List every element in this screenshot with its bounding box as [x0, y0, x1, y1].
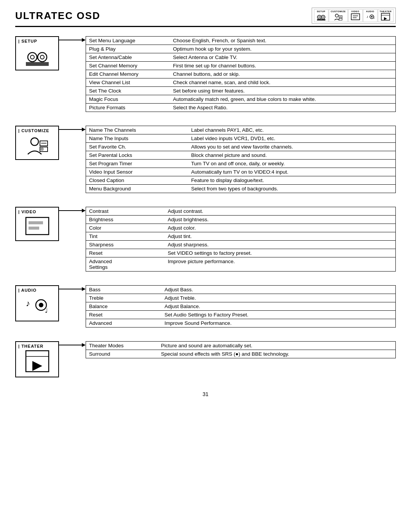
- audio-icon: ♪ ♩: [24, 293, 51, 321]
- menu-item: Advanced Settings: [86, 257, 165, 272]
- menu-desc: Select from two types of backgrounds.: [188, 185, 395, 193]
- page-number: 31: [15, 391, 396, 397]
- menu-item: Closed Caption: [86, 176, 188, 185]
- svg-rect-9: [351, 14, 360, 20]
- menu-desc: Adjust sharpness.: [165, 241, 396, 249]
- arrow-icon: [59, 341, 86, 349]
- table-row: Plug & Play Optimum hook up for your sys…: [86, 45, 396, 53]
- section-theater: | THEATER Theater Modes Picture and soun…: [15, 341, 396, 377]
- customize-icon: [24, 133, 51, 159]
- menu-item: Set Channel Memory: [86, 62, 170, 70]
- svg-rect-10: [353, 15, 358, 16]
- video-icon-box: | VIDEO: [15, 207, 59, 241]
- customize-table: Name The Channels Label channels PAY1, A…: [86, 126, 396, 193]
- svg-point-2: [321, 15, 325, 19]
- table-row: Treble Adjust Treble.: [86, 294, 396, 302]
- svg-rect-4: [317, 19, 325, 21]
- menu-desc: Improve Sound Performance.: [161, 319, 395, 328]
- table-row: Picture Formats Select the Aspect Ratio.: [86, 104, 396, 112]
- menu-desc: Set VIDEO settings to factory preset.: [165, 249, 396, 257]
- svg-point-1: [319, 16, 320, 18]
- svg-text:♩: ♩: [373, 16, 375, 19]
- menu-item: Brightness: [86, 216, 165, 224]
- header-audio-icon: AUDIO ♪ ♩: [363, 9, 378, 22]
- table-row: Sharpness Adjust sharpness.: [86, 241, 396, 249]
- menu-item: Name The Inputs: [86, 134, 188, 143]
- menu-item: Bass: [86, 286, 162, 294]
- theater-icon: [24, 349, 51, 377]
- table-row: Tint Adjust tint.: [86, 232, 396, 241]
- svg-rect-8: [339, 18, 342, 20]
- menu-item: Set Program Timer: [86, 160, 188, 168]
- svg-point-3: [322, 16, 324, 18]
- header-setup-icon: SETUP: [314, 9, 328, 22]
- menu-item: Tint: [86, 232, 165, 241]
- menu-desc: First time set up for channel buttons.: [170, 62, 396, 70]
- menu-desc: Adjust Bass.: [161, 286, 395, 294]
- menu-item: Set The Clock: [86, 87, 170, 95]
- arrow-icon: [59, 36, 86, 44]
- page-header: ULTRATEC OSD SETUP CUSTOMIZE: [15, 8, 396, 27]
- menu-desc: Optimum hook up for your system.: [170, 45, 396, 53]
- arrow-icon: [59, 126, 86, 133]
- menu-desc: Special sound effects with SRS (●) and B…: [158, 350, 396, 358]
- menu-desc: Adjust brightness.: [165, 216, 396, 224]
- svg-point-14: [371, 16, 373, 18]
- menu-desc: Adjust contrast.: [165, 207, 396, 216]
- svg-rect-11: [353, 17, 357, 18]
- theater-table: Theater Modes Picture and sound are auto…: [86, 341, 396, 358]
- customize-icon-box: | CUSTOMIZE: [15, 126, 59, 160]
- menu-item: Reset: [86, 311, 162, 319]
- header-theater-icon: THEATER: [378, 9, 393, 22]
- menu-item: Color: [86, 224, 165, 232]
- menu-desc: Select Antenna or Cable TV.: [170, 53, 396, 62]
- table-row: Menu Background Select from two types of…: [86, 185, 396, 193]
- section-audio: | AUDIO ♪ ♩ Bass Adjust Bass. Treble Adj…: [15, 285, 396, 328]
- video-label: | VIDEO: [18, 209, 36, 214]
- svg-point-0: [317, 15, 321, 19]
- svg-rect-34: [29, 227, 39, 230]
- menu-item: Surround: [86, 350, 158, 358]
- table-row: Set Favorite Ch. Allows you to set and v…: [86, 143, 396, 151]
- menu-desc: Feature to display dialogue/text.: [188, 176, 395, 185]
- section-video: | VIDEO Contrast Adjust contrast. Bright…: [15, 207, 396, 272]
- svg-marker-36: [82, 209, 86, 212]
- menu-desc: Select the Aspect Ratio.: [170, 104, 396, 112]
- page-title: ULTRATEC OSD: [15, 10, 100, 22]
- audio-icon-box: | AUDIO ♪ ♩: [15, 285, 59, 321]
- menu-item: Advanced: [86, 319, 162, 328]
- svg-text:♪: ♪: [366, 14, 368, 19]
- menu-desc: Adjust tint.: [165, 232, 396, 241]
- svg-point-20: [38, 53, 47, 62]
- arrow-icon: [59, 207, 86, 214]
- setup-label: | SETUP: [18, 39, 37, 43]
- arrow-icon: [59, 285, 86, 293]
- table-row: Contrast Adjust contrast.: [86, 207, 396, 216]
- menu-item: Set Parental Locks: [86, 151, 188, 160]
- menu-item: View Channel List: [86, 78, 170, 87]
- video-icon: [24, 214, 51, 240]
- table-row: Set Program Timer Turn TV on and off onc…: [86, 160, 396, 168]
- header-customize-icon: CUSTOMIZE: [329, 9, 348, 22]
- menu-item: Name The Channels: [86, 126, 188, 134]
- table-row: Set Channel Memory First time set up for…: [86, 62, 396, 70]
- table-row: Magic Focus Automatically match red, gre…: [86, 95, 396, 104]
- table-row: Edit Channel Memory Channel buttons, add…: [86, 70, 396, 78]
- menu-item: Sharpness: [86, 241, 165, 249]
- table-row: Reset Set VIDEO settings to factory pres…: [86, 249, 396, 257]
- svg-marker-42: [82, 287, 86, 291]
- menu-desc: Adjust Treble.: [161, 294, 395, 302]
- table-row: Brightness Adjust brightness.: [86, 216, 396, 224]
- svg-text:♪: ♪: [26, 299, 30, 308]
- svg-rect-29: [41, 148, 43, 150]
- menu-item: Plug & Play: [86, 45, 170, 53]
- svg-point-25: [31, 138, 38, 145]
- menu-item: Edit Channel Memory: [86, 70, 170, 78]
- video-arrow: [59, 207, 86, 214]
- menu-item: Set Menu Language: [86, 37, 170, 45]
- setup-table: Set Menu Language Choose English, French…: [86, 36, 396, 112]
- menu-item: Treble: [86, 294, 162, 302]
- setup-icon-box: | SETUP: [15, 36, 59, 70]
- table-row: View Channel List Check channel name, sc…: [86, 78, 396, 87]
- table-row: Set Menu Language Choose English, French…: [86, 37, 396, 45]
